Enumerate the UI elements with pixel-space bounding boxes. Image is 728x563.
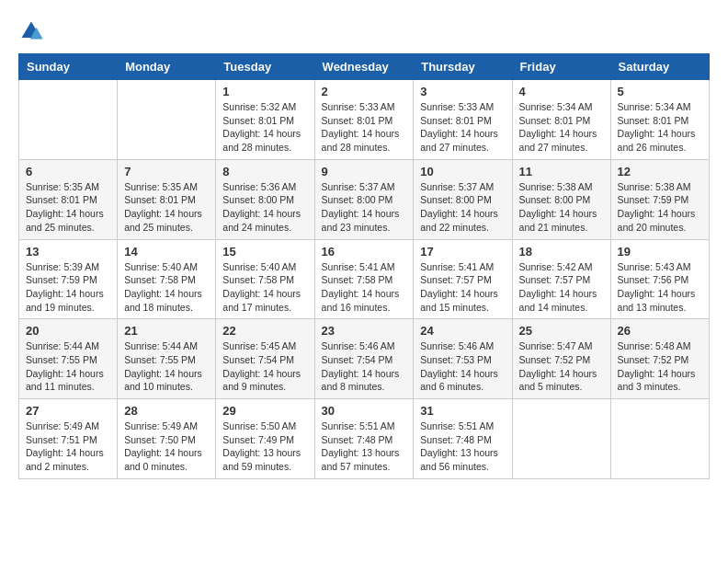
day-info: Sunrise: 5:34 AMSunset: 8:01 PMDaylight:… (618, 100, 702, 155)
day-number: 6 (26, 165, 110, 178)
day-cell: 21Sunrise: 5:44 AMSunset: 7:55 PMDayligh… (118, 319, 216, 399)
day-number: 2 (322, 85, 407, 98)
weekday-header-thursday: Thursday (414, 54, 512, 80)
day-info: Sunrise: 5:40 AMSunset: 7:58 PMDaylight:… (222, 260, 307, 315)
week-row-5: 27Sunrise: 5:49 AMSunset: 7:51 PMDayligh… (19, 399, 710, 479)
day-cell: 2Sunrise: 5:33 AMSunset: 8:01 PMDaylight… (314, 80, 414, 160)
day-cell: 11Sunrise: 5:38 AMSunset: 8:00 PMDayligh… (512, 159, 610, 239)
weekday-header-sunday: Sunday (19, 54, 118, 80)
day-number: 4 (519, 85, 604, 98)
day-info: Sunrise: 5:38 AMSunset: 7:59 PMDaylight:… (618, 180, 702, 235)
day-info: Sunrise: 5:32 AMSunset: 8:01 PMDaylight:… (222, 100, 307, 155)
page-header (18, 18, 710, 44)
day-cell (512, 399, 610, 479)
day-info: Sunrise: 5:43 AMSunset: 7:56 PMDaylight:… (618, 260, 702, 315)
day-number: 29 (222, 404, 307, 418)
day-cell: 26Sunrise: 5:48 AMSunset: 7:52 PMDayligh… (610, 319, 709, 399)
day-cell: 25Sunrise: 5:47 AMSunset: 7:52 PMDayligh… (512, 319, 610, 399)
day-number: 23 (322, 324, 407, 338)
day-info: Sunrise: 5:34 AMSunset: 8:01 PMDaylight:… (519, 100, 604, 155)
weekday-header-tuesday: Tuesday (216, 54, 314, 80)
day-number: 16 (322, 245, 407, 259)
weekday-header-monday: Monday (118, 54, 216, 80)
day-number: 25 (519, 324, 604, 338)
day-cell: 27Sunrise: 5:49 AMSunset: 7:51 PMDayligh… (19, 399, 118, 479)
day-info: Sunrise: 5:37 AMSunset: 8:00 PMDaylight:… (322, 180, 407, 235)
day-number: 9 (322, 165, 407, 178)
weekday-header-saturday: Saturday (610, 54, 709, 80)
day-cell: 13Sunrise: 5:39 AMSunset: 7:59 PMDayligh… (19, 239, 118, 319)
day-number: 28 (124, 404, 209, 418)
day-info: Sunrise: 5:45 AMSunset: 7:54 PMDaylight:… (222, 339, 307, 394)
day-info: Sunrise: 5:47 AMSunset: 7:52 PMDaylight:… (519, 339, 604, 394)
day-info: Sunrise: 5:35 AMSunset: 8:01 PMDaylight:… (124, 180, 209, 235)
day-info: Sunrise: 5:46 AMSunset: 7:54 PMDaylight:… (322, 339, 407, 394)
weekday-header-friday: Friday (512, 54, 610, 80)
day-cell: 30Sunrise: 5:51 AMSunset: 7:48 PMDayligh… (314, 399, 414, 479)
day-info: Sunrise: 5:41 AMSunset: 7:57 PMDaylight:… (420, 260, 505, 315)
week-row-3: 13Sunrise: 5:39 AMSunset: 7:59 PMDayligh… (19, 239, 710, 319)
day-info: Sunrise: 5:35 AMSunset: 8:01 PMDaylight:… (26, 180, 110, 235)
day-number: 10 (420, 165, 505, 178)
day-info: Sunrise: 5:51 AMSunset: 7:48 PMDaylight:… (420, 419, 505, 474)
day-cell: 3Sunrise: 5:33 AMSunset: 8:01 PMDaylight… (414, 80, 512, 160)
day-number: 3 (420, 85, 505, 98)
weekday-header-wednesday: Wednesday (314, 54, 414, 80)
day-number: 1 (222, 85, 307, 98)
day-info: Sunrise: 5:37 AMSunset: 8:00 PMDaylight:… (420, 180, 505, 235)
day-cell: 5Sunrise: 5:34 AMSunset: 8:01 PMDaylight… (610, 80, 709, 160)
day-info: Sunrise: 5:41 AMSunset: 7:58 PMDaylight:… (322, 260, 407, 315)
day-cell: 23Sunrise: 5:46 AMSunset: 7:54 PMDayligh… (314, 319, 414, 399)
day-info: Sunrise: 5:33 AMSunset: 8:01 PMDaylight:… (420, 100, 505, 155)
day-number: 20 (26, 324, 110, 338)
day-cell: 15Sunrise: 5:40 AMSunset: 7:58 PMDayligh… (216, 239, 314, 319)
day-number: 11 (519, 165, 604, 178)
day-info: Sunrise: 5:42 AMSunset: 7:57 PMDaylight:… (519, 260, 604, 315)
day-cell: 6Sunrise: 5:35 AMSunset: 8:01 PMDaylight… (19, 159, 118, 239)
day-cell (118, 80, 216, 160)
day-cell (19, 80, 118, 160)
day-info: Sunrise: 5:36 AMSunset: 8:00 PMDaylight:… (222, 180, 307, 235)
day-number: 14 (124, 245, 209, 259)
day-number: 18 (519, 245, 604, 259)
day-cell: 20Sunrise: 5:44 AMSunset: 7:55 PMDayligh… (19, 319, 118, 399)
day-cell (610, 399, 709, 479)
day-info: Sunrise: 5:39 AMSunset: 7:59 PMDaylight:… (26, 260, 110, 315)
day-number: 5 (618, 85, 702, 98)
day-cell: 14Sunrise: 5:40 AMSunset: 7:58 PMDayligh… (118, 239, 216, 319)
day-number: 13 (26, 245, 110, 259)
day-cell: 7Sunrise: 5:35 AMSunset: 8:01 PMDaylight… (118, 159, 216, 239)
day-cell: 22Sunrise: 5:45 AMSunset: 7:54 PMDayligh… (216, 319, 314, 399)
day-number: 15 (222, 245, 307, 259)
day-info: Sunrise: 5:44 AMSunset: 7:55 PMDaylight:… (26, 339, 110, 394)
day-number: 21 (124, 324, 209, 338)
calendar-table: SundayMondayTuesdayWednesdayThursdayFrid… (18, 53, 710, 479)
logo-icon (18, 18, 44, 44)
day-number: 7 (124, 165, 209, 178)
day-number: 17 (420, 245, 505, 259)
day-cell: 8Sunrise: 5:36 AMSunset: 8:00 PMDaylight… (216, 159, 314, 239)
day-info: Sunrise: 5:46 AMSunset: 7:53 PMDaylight:… (420, 339, 505, 394)
day-cell: 16Sunrise: 5:41 AMSunset: 7:58 PMDayligh… (314, 239, 414, 319)
day-cell: 9Sunrise: 5:37 AMSunset: 8:00 PMDaylight… (314, 159, 414, 239)
day-cell: 10Sunrise: 5:37 AMSunset: 8:00 PMDayligh… (414, 159, 512, 239)
day-number: 26 (618, 324, 702, 338)
day-number: 31 (420, 404, 505, 418)
day-cell: 24Sunrise: 5:46 AMSunset: 7:53 PMDayligh… (414, 319, 512, 399)
week-row-1: 1Sunrise: 5:32 AMSunset: 8:01 PMDaylight… (19, 80, 710, 160)
day-cell: 12Sunrise: 5:38 AMSunset: 7:59 PMDayligh… (610, 159, 709, 239)
day-cell: 4Sunrise: 5:34 AMSunset: 8:01 PMDaylight… (512, 80, 610, 160)
day-number: 22 (222, 324, 307, 338)
day-info: Sunrise: 5:33 AMSunset: 8:01 PMDaylight:… (322, 100, 407, 155)
day-info: Sunrise: 5:49 AMSunset: 7:50 PMDaylight:… (124, 419, 209, 474)
day-info: Sunrise: 5:40 AMSunset: 7:58 PMDaylight:… (124, 260, 209, 315)
day-cell: 1Sunrise: 5:32 AMSunset: 8:01 PMDaylight… (216, 80, 314, 160)
day-number: 27 (26, 404, 110, 418)
day-info: Sunrise: 5:49 AMSunset: 7:51 PMDaylight:… (26, 419, 110, 474)
day-cell: 19Sunrise: 5:43 AMSunset: 7:56 PMDayligh… (610, 239, 709, 319)
day-cell: 18Sunrise: 5:42 AMSunset: 7:57 PMDayligh… (512, 239, 610, 319)
day-cell: 28Sunrise: 5:49 AMSunset: 7:50 PMDayligh… (118, 399, 216, 479)
logo (18, 18, 48, 44)
day-number: 30 (322, 404, 407, 418)
day-number: 19 (618, 245, 702, 259)
